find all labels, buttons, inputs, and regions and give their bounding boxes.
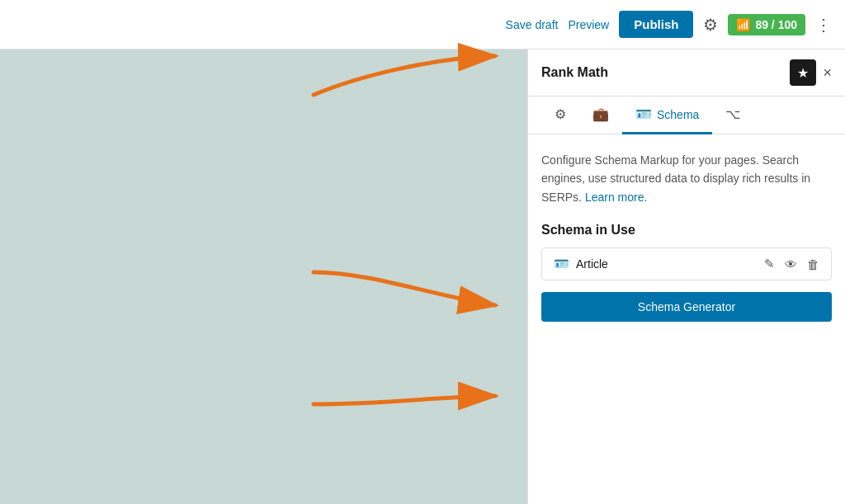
seo-score-badge[interactable]: 📶 89 / 100	[728, 14, 805, 35]
schema-in-use-title: Schema in Use	[541, 223, 832, 238]
star-button[interactable]: ★	[790, 59, 816, 86]
toolbar: Save draft Preview Publish ⚙ 📶 89 / 100 …	[0, 0, 845, 49]
tab-schema[interactable]: 🪪 Schema	[622, 97, 712, 134]
schema-item-actions: ✎ 👁 🗑	[764, 257, 819, 271]
preview-schema-button[interactable]: 👁	[785, 257, 797, 271]
panel-body: Configure Schema Markup for your pages. …	[528, 134, 845, 504]
score-value: 89 / 100	[755, 18, 797, 31]
briefcase-icon: 💼	[592, 106, 609, 122]
panel-header: Rank Math ★ ×	[528, 49, 845, 97]
tab-settings[interactable]: ⚙	[541, 97, 579, 134]
editor-content-area	[0, 49, 527, 504]
settings-icon: ⚙	[555, 106, 566, 122]
panel-description: Configure Schema Markup for your pages. …	[541, 151, 832, 206]
tab-social[interactable]: ⌥	[712, 97, 753, 134]
tab-bar: ⚙ 💼 🪪 Schema ⌥	[528, 97, 845, 134]
more-options-button[interactable]: ⋮	[815, 15, 832, 35]
schema-tab-icon: 🪪	[635, 106, 652, 122]
schema-tab-label: Schema	[657, 108, 699, 121]
side-panel: Rank Math ★ × ⚙ 💼 🪪 Schema ⌥	[527, 49, 845, 504]
social-icon: ⌥	[725, 106, 740, 122]
arrows-overlay	[0, 49, 527, 504]
schema-article-item: 🪪 Article ✎ 👁 🗑	[541, 247, 832, 280]
learn-more-link[interactable]: Learn more.	[585, 191, 647, 204]
delete-schema-button[interactable]: 🗑	[807, 257, 819, 271]
article-label: Article	[576, 257, 608, 271]
panel-title: Rank Math	[541, 65, 608, 80]
panel-header-actions: ★ ×	[790, 59, 832, 86]
article-schema-icon: 🪪	[554, 257, 569, 271]
schema-generator-button[interactable]: Schema Generator	[541, 292, 832, 322]
save-draft-button[interactable]: Save draft	[506, 18, 559, 31]
close-panel-button[interactable]: ×	[823, 64, 832, 82]
tab-seo[interactable]: 💼	[579, 97, 622, 134]
publish-button[interactable]: Publish	[619, 11, 693, 38]
score-icon: 📶	[736, 18, 750, 31]
gear-icon[interactable]: ⚙	[703, 15, 718, 35]
schema-item-left: 🪪 Article	[554, 257, 608, 271]
edit-schema-button[interactable]: ✎	[764, 257, 775, 271]
main-layout: Rank Math ★ × ⚙ 💼 🪪 Schema ⌥	[0, 49, 845, 504]
preview-button[interactable]: Preview	[568, 18, 609, 31]
